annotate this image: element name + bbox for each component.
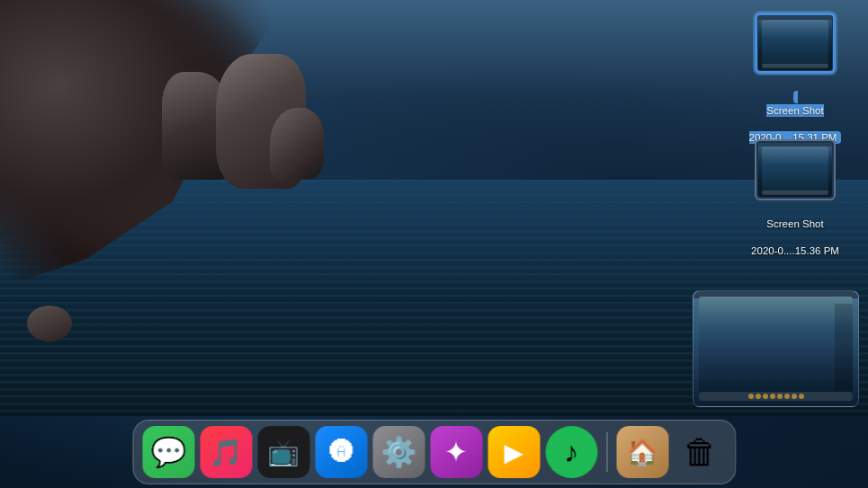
rock-formation-3 <box>270 108 324 180</box>
rock-small <box>27 306 72 342</box>
dock-icon-affinity[interactable] <box>430 426 482 478</box>
dock-icon-trash[interactable] <box>674 426 726 478</box>
desktop-file-screenshot1[interactable]: Screen Shot 2020-0....15.31 PM <box>746 13 845 158</box>
dock-icon-music[interactable] <box>200 426 252 478</box>
dock-icon-tv[interactable] <box>257 426 309 478</box>
file-thumbnail-1 <box>755 13 836 74</box>
file-label-2: Screen Shot 2020-0....15.36 PM <box>751 204 839 258</box>
dock-icon-multi[interactable] <box>488 426 540 478</box>
dock <box>132 420 736 484</box>
file-label-1: Screen Shot 2020-0....15.31 PM <box>749 91 842 144</box>
dock-icon-home[interactable] <box>616 426 668 478</box>
dock-separator <box>606 432 607 472</box>
dock-icon-appstore[interactable] <box>315 426 367 478</box>
dock-icon-spotify[interactable] <box>545 426 597 478</box>
large-preview-thumbnail[interactable] <box>693 290 859 407</box>
desktop-file-screenshot2[interactable]: Screen Shot 2020-0....15.36 PM <box>746 139 845 258</box>
dock-icon-messages[interactable] <box>142 426 194 478</box>
dock-icon-sysprefs[interactable] <box>372 426 425 478</box>
file-thumbnail-2 <box>755 139 836 200</box>
